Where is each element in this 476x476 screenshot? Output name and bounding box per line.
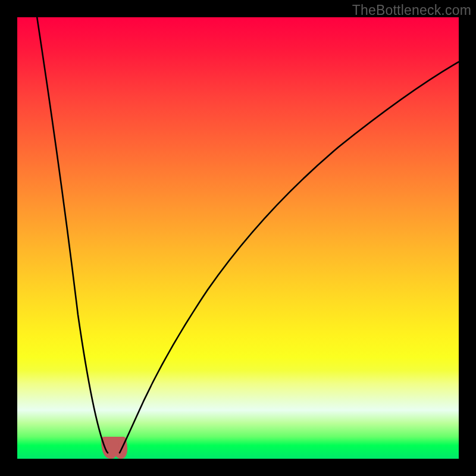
- chart-plot-area: [17, 17, 459, 459]
- bottleneck-curve: [17, 17, 459, 459]
- curve-left-branch: [36, 17, 108, 453]
- watermark-text: TheBottleneck.com: [352, 2, 471, 18]
- curve-right-branch: [120, 62, 459, 453]
